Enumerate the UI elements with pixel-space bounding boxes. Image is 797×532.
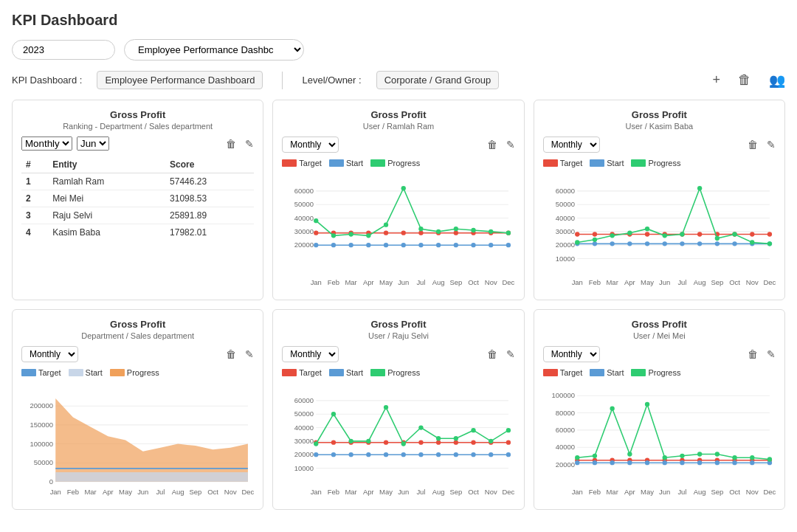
legend-target: Target (282, 368, 322, 377)
trash-icon-chart3[interactable]: 🗑 (226, 348, 236, 360)
svg-text:10000: 10000 (555, 255, 574, 263)
kpi-label: KPI Dashboard : (12, 75, 82, 86)
period-select-chart2[interactable]: Monthly (543, 137, 600, 153)
svg-text:20000: 20000 (294, 241, 314, 249)
svg-point-248 (610, 407, 614, 411)
period-select-chart3[interactable]: Monthly (21, 346, 78, 362)
svg-text:60000: 60000 (294, 187, 314, 195)
edit-icon-chart5[interactable]: ✎ (767, 348, 776, 360)
page-title: KPI Dashboard (12, 12, 785, 29)
svg-point-175 (506, 441, 511, 445)
svg-point-43 (472, 243, 476, 247)
svg-text:20000: 20000 (555, 241, 574, 249)
level-label: Level/Owner : (302, 75, 361, 86)
svg-text:Oct: Oct (207, 488, 218, 496)
add-icon[interactable]: + (712, 72, 720, 88)
svg-text:Apr: Apr (363, 488, 374, 496)
users-icon[interactable]: 👥 (769, 72, 785, 89)
edit-icon-chart4[interactable]: ✎ (506, 348, 515, 360)
svg-point-254 (714, 452, 719, 456)
svg-point-176 (314, 452, 318, 457)
svg-point-99 (662, 241, 666, 246)
table-row: 3 Raju Selvi 25891.89 (21, 207, 254, 224)
svg-point-235 (592, 460, 596, 465)
svg-text:Aug: Aug (432, 488, 445, 496)
legend-start: Start (590, 368, 624, 377)
svg-point-38 (384, 243, 388, 247)
svg-point-54 (454, 227, 458, 231)
trash-icon-chart5[interactable]: 🗑 (748, 348, 758, 360)
svg-point-44 (489, 243, 493, 247)
svg-point-111 (662, 233, 666, 238)
svg-point-253 (697, 452, 702, 456)
svg-text:Oct: Oct (729, 278, 740, 286)
svg-text:Nov: Nov (224, 488, 237, 496)
svg-point-89 (697, 232, 702, 236)
svg-point-193 (401, 441, 406, 446)
month-select-ranking[interactable]: Jun (77, 137, 109, 151)
svg-point-26 (384, 231, 388, 235)
legend-progress: Progress (370, 159, 420, 167)
period-select-chart1[interactable]: Monthly (282, 137, 339, 153)
svg-point-30 (454, 231, 458, 235)
svg-point-238 (645, 460, 649, 465)
legend-target: Target (543, 159, 583, 167)
edit-icon-chart1[interactable]: ✎ (506, 139, 515, 151)
svg-point-168 (384, 441, 388, 445)
legend-target: Target (543, 368, 583, 377)
svg-text:Apr: Apr (103, 488, 114, 496)
svg-point-35 (331, 243, 336, 247)
level-value: Corporate / Grand Group (376, 71, 500, 89)
svg-text:30000: 30000 (555, 227, 574, 235)
card-chart2: Gross Profit User / Kasim Baba Monthly 🗑… (534, 100, 785, 300)
chart-legend-chart2: Target Start Progress (543, 159, 776, 167)
svg-point-244 (750, 460, 754, 465)
svg-text:Feb: Feb (588, 278, 600, 286)
svg-point-251 (662, 455, 666, 460)
dashboard-select[interactable]: Employee Performance Dashbc (124, 39, 304, 61)
svg-point-197 (472, 428, 476, 432)
trash-icon-chart1[interactable]: 🗑 (487, 139, 497, 151)
svg-text:60000: 60000 (555, 426, 574, 434)
card-controls-chart3: Monthly 🗑 ✎ (21, 346, 254, 362)
svg-text:Jul: Jul (417, 488, 426, 496)
trash-icon-chart4[interactable]: 🗑 (487, 348, 497, 360)
svg-point-53 (436, 229, 441, 234)
card-title-chart4: Gross Profit (282, 319, 514, 330)
period-select-chart4[interactable]: Monthly (282, 346, 339, 362)
trash-icon-chart2[interactable]: 🗑 (748, 139, 758, 151)
svg-point-110 (645, 227, 649, 231)
svg-text:Aug: Aug (432, 278, 445, 286)
delete-icon[interactable]: 🗑 (738, 72, 751, 88)
svg-text:50000: 50000 (34, 458, 53, 466)
svg-text:Jun: Jun (398, 488, 409, 496)
svg-text:Dec: Dec (763, 488, 776, 496)
svg-text:Sep: Sep (450, 278, 463, 286)
card-title-ranking: Gross Profit (21, 109, 254, 120)
svg-point-55 (472, 228, 476, 232)
chart-chart4: 600005000040000300002000010000JanFebMarA… (282, 380, 514, 500)
period-select-chart5[interactable]: Monthly (543, 346, 600, 362)
svg-point-180 (384, 452, 388, 457)
kpi-value: Employee Performance Dashboard (97, 71, 263, 89)
svg-point-27 (401, 231, 406, 235)
edit-icon-chart3[interactable]: ✎ (245, 348, 254, 360)
card-subtitle-chart3: Department / Sales department (21, 331, 254, 340)
svg-point-116 (750, 240, 754, 244)
legend-start: Start (590, 159, 624, 167)
edit-icon-ranking[interactable]: ✎ (245, 138, 254, 150)
chart-chart1: 6000050000400003000020000JanFebMarAprMay… (282, 170, 514, 291)
period-select-ranking[interactable]: Monthly (21, 137, 72, 151)
svg-point-250 (645, 402, 649, 407)
svg-text:Oct: Oct (469, 278, 480, 286)
svg-text:40000: 40000 (555, 443, 574, 451)
top-controls: Employee Performance Dashbc (12, 39, 785, 61)
svg-point-56 (489, 229, 493, 234)
svg-text:Jun: Jun (659, 278, 670, 286)
svg-point-189 (331, 412, 336, 416)
edit-icon-chart2[interactable]: ✎ (767, 139, 776, 151)
trash-icon-ranking[interactable]: 🗑 (226, 138, 236, 150)
card-subtitle-chart2: User / Kasim Baba (543, 122, 776, 131)
svg-point-255 (732, 455, 736, 460)
year-input[interactable] (12, 40, 115, 60)
